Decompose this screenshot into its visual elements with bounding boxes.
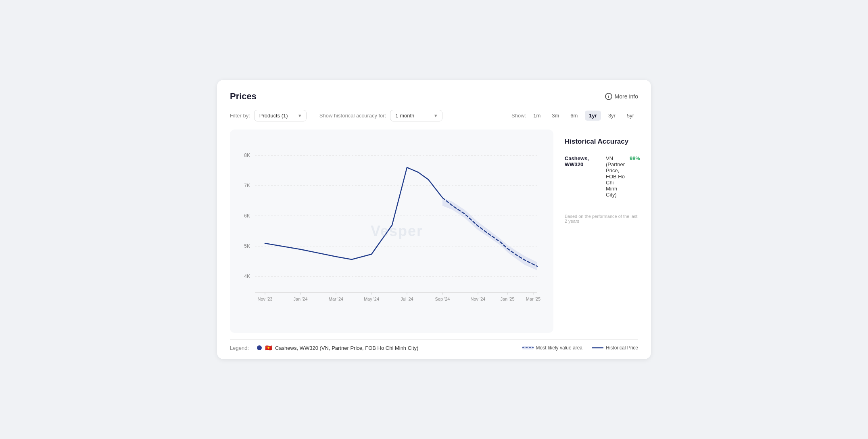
legend-item-cashews: 🇻🇳 Cashews, WW320 (VN, Partner Price, FO… xyxy=(257,345,418,351)
info-icon: i xyxy=(605,93,612,100)
time-btn-3yr[interactable]: 3yr xyxy=(604,111,620,121)
header-row: Prices i More info xyxy=(230,91,638,102)
legend-right: Most likely value area Historical Price xyxy=(522,345,638,351)
accuracy-dropdown-arrow-icon: ▾ xyxy=(434,113,437,119)
value-area-label: Most likely value area xyxy=(536,345,582,351)
time-btn-1yr[interactable]: 1yr xyxy=(585,111,601,121)
legend-row: Legend: 🇻🇳 Cashews, WW320 (VN, Partner P… xyxy=(230,339,638,351)
svg-text:6K: 6K xyxy=(244,213,250,219)
svg-text:Nov '23: Nov '23 xyxy=(258,297,273,301)
page-title: Prices xyxy=(230,91,257,102)
svg-text:5K: 5K xyxy=(244,243,250,249)
dropdown-arrow-icon: ▾ xyxy=(298,113,301,119)
products-dropdown[interactable]: Products (1) ▾ xyxy=(254,110,307,121)
show-group: Show: 1m 3m 6m 1yr 3yr 5yr xyxy=(511,111,638,121)
filter-group: Filter by: Products (1) ▾ xyxy=(230,110,307,121)
price-chart: 8K 7K 6K 5K 4K Nov '23 Jan '24 Mar '24 M… xyxy=(235,139,545,325)
time-btn-6m[interactable]: 6m xyxy=(566,111,582,121)
accuracy-details: VN (Partner Price, FOB Ho Chi Minh City) xyxy=(606,155,625,198)
svg-text:May '24: May '24 xyxy=(364,297,379,301)
accuracy-dropdown[interactable]: 1 month ▾ xyxy=(390,110,442,121)
legend-historical: Historical Price xyxy=(592,345,638,351)
main-content: Vesper 8K 7K 6K 5K 4K Nov '23 Jan '24 xyxy=(230,130,638,333)
accuracy-group: Show historical accuracy for: 1 month ▾ xyxy=(319,110,442,121)
historical-price-line xyxy=(265,167,442,259)
historical-price-label: Historical Price xyxy=(606,345,638,351)
svg-text:Sep '24: Sep '24 xyxy=(435,297,450,301)
svg-text:Mar '24: Mar '24 xyxy=(329,297,343,301)
value-area-icon xyxy=(522,345,534,351)
accuracy-item: Cashews, WW320 VN (Partner Price, FOB Ho… xyxy=(565,155,640,198)
legend-item-text: Cashews, WW320 (VN, Partner Price, FOB H… xyxy=(275,345,418,351)
show-label: Show: xyxy=(511,113,526,119)
svg-text:Mar '25: Mar '25 xyxy=(526,297,540,301)
svg-text:Jan '25: Jan '25 xyxy=(500,297,514,301)
accuracy-product: Cashews, WW320 xyxy=(565,155,601,167)
svg-text:4K: 4K xyxy=(244,274,250,279)
more-info-button[interactable]: i More info xyxy=(605,93,638,100)
svg-text:Nov '24: Nov '24 xyxy=(471,297,486,301)
accuracy-label: Show historical accuracy for: xyxy=(319,113,386,119)
controls-row: Filter by: Products (1) ▾ Show historica… xyxy=(230,110,638,121)
legend-dot-icon xyxy=(257,345,262,350)
time-btn-3m[interactable]: 3m xyxy=(548,111,563,121)
time-btn-5yr[interactable]: 5yr xyxy=(623,111,638,121)
svg-text:8K: 8K xyxy=(244,153,250,158)
historical-accuracy-title: Historical Accuracy xyxy=(565,138,640,146)
main-card: Prices i More info Filter by: Products (… xyxy=(217,80,651,359)
right-panel: Historical Accuracy Cashews, WW320 VN (P… xyxy=(553,130,640,333)
chart-section: Vesper 8K 7K 6K 5K 4K Nov '23 Jan '24 xyxy=(230,130,553,333)
accuracy-note: Based on the performance of the last 2 y… xyxy=(565,214,640,224)
filter-label: Filter by: xyxy=(230,113,250,119)
svg-text:7K: 7K xyxy=(244,183,250,188)
historical-line-icon xyxy=(592,345,603,351)
svg-text:Jan '24: Jan '24 xyxy=(293,297,307,301)
legend-value-area: Most likely value area xyxy=(522,345,582,351)
legend-flag-icon: 🇻🇳 xyxy=(265,345,272,351)
time-btn-1m[interactable]: 1m xyxy=(529,111,545,121)
accuracy-percentage: 98% xyxy=(630,155,640,161)
legend-label: Legend: xyxy=(230,345,249,351)
svg-text:Jul '24: Jul '24 xyxy=(401,297,413,301)
